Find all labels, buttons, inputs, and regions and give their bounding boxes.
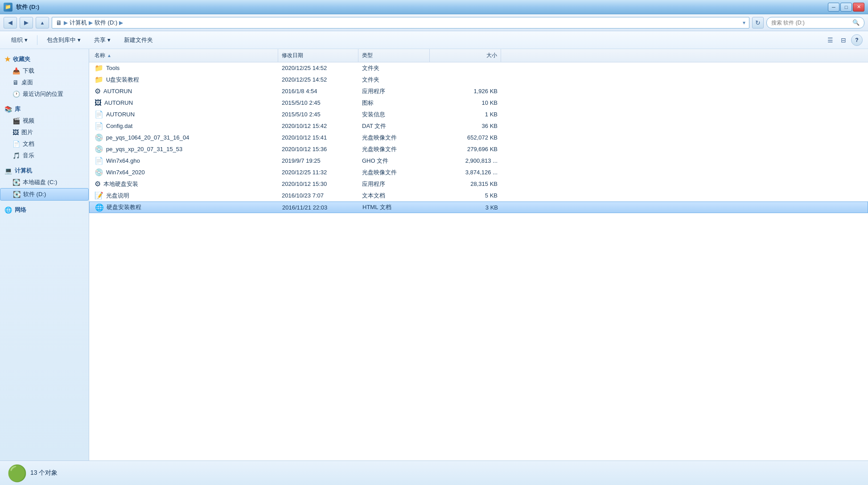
sidebar-item-images[interactable]: 🖼 图片 (0, 127, 89, 138)
table-row[interactable]: 🖼 AUTORUN 2015/5/10 2:45 图标 10 KB (89, 97, 868, 109)
file-date-cell: 2016/10/23 7:07 (278, 192, 358, 199)
file-type-cell: 光盘映像文件 (358, 134, 430, 142)
search-box[interactable]: 🔍 (766, 17, 864, 29)
table-row[interactable]: 💿 pe_yqs_xp_20_07_31_15_53 2020/10/12 15… (89, 144, 868, 155)
titlebar-app-icon: 📁 (4, 3, 12, 12)
file-icon: ⚙ (95, 87, 101, 95)
table-row[interactable]: 📝 光盘说明 2016/10/23 7:07 文本文档 5 KB (89, 190, 868, 201)
file-name: AUTORUN (106, 111, 135, 118)
table-row[interactable]: 📄 Win7x64.gho 2019/9/7 19:25 GHO 文件 2,90… (89, 155, 868, 167)
sidebar-item-videos[interactable]: 🎬 视频 (0, 115, 89, 127)
recent-icon: 🕐 (12, 90, 20, 98)
file-size-cell: 10 KB (430, 99, 501, 106)
music-label: 音乐 (23, 152, 34, 160)
sidebar-favorites-header[interactable]: ★ 收藏夹 (0, 53, 89, 65)
file-icon: 📝 (95, 191, 103, 200)
column-header-size[interactable]: 大小 (430, 49, 501, 62)
view-options-button[interactable]: ☰ (824, 34, 836, 46)
column-header-name[interactable]: 名称 ▲ (91, 49, 278, 62)
sidebar-item-downloads[interactable]: 📥 下载 (0, 65, 89, 77)
docs-label: 文档 (23, 140, 34, 148)
file-size-cell: 1,926 KB (430, 88, 501, 95)
minimize-button[interactable]: ─ (828, 3, 839, 12)
sort-arrow-name: ▲ (107, 53, 111, 58)
file-icon: 🌐 (95, 203, 104, 212)
sidebar-item-software-d[interactable]: 💽 软件 (D:) (0, 188, 89, 201)
file-date-cell: 2020/10/12 15:42 (278, 123, 358, 129)
include-arrow: ▾ (78, 37, 81, 43)
sidebar-library-header[interactable]: 📚 库 (0, 103, 89, 115)
sidebar-item-desktop[interactable]: 🖥 桌面 (0, 77, 89, 88)
file-size-cell: 3 KB (430, 204, 502, 211)
include-library-button[interactable]: 包含到库中 ▾ (41, 33, 86, 47)
file-date-cell: 2016/1/8 4:54 (278, 88, 358, 95)
organize-button[interactable]: 组织 ▾ (5, 33, 33, 47)
status-app-icon: 🟢 (7, 464, 25, 482)
toolbar-divider-1 (37, 35, 37, 45)
table-row[interactable]: 🌐 硬盘安装教程 2016/11/21 22:03 HTML 文档 3 KB (89, 201, 868, 213)
sidebar-item-docs[interactable]: 📄 文档 (0, 138, 89, 150)
file-date-cell: 2015/5/10 2:45 (278, 99, 358, 106)
table-row[interactable]: ⚙ 本地硬盘安装 2020/10/12 15:30 应用程序 28,315 KB (89, 178, 868, 190)
sidebar-item-music[interactable]: 🎵 音乐 (0, 150, 89, 161)
up-button[interactable]: ▲ (36, 17, 49, 29)
desktop-label: 桌面 (21, 78, 33, 86)
address-bar[interactable]: 🖥 ▶ 计算机 ▶ 软件 (D:) ▶ ▾ (52, 17, 749, 29)
downloads-label: 下载 (23, 67, 34, 75)
file-name: AUTORUN (104, 99, 133, 106)
file-icon: ⚙ (95, 180, 101, 188)
sidebar-network-header[interactable]: 🌐 网络 (0, 204, 89, 216)
table-row[interactable]: 📁 Tools 2020/12/25 14:52 文件夹 (89, 62, 868, 74)
search-input[interactable] (771, 20, 850, 26)
file-type-cell: 安装信息 (358, 111, 430, 119)
address-drive[interactable]: 软件 (D:) (95, 19, 117, 27)
column-header-type[interactable]: 类型 (358, 49, 430, 62)
col-size-label: 大小 (486, 52, 497, 59)
sidebar-item-recent[interactable]: 🕐 最近访问的位置 (0, 88, 89, 100)
videos-icon: 🎬 (12, 117, 20, 124)
sidebar-computer-header[interactable]: 💻 计算机 (0, 165, 89, 177)
refresh-button[interactable]: ↻ (752, 17, 764, 29)
address-computer[interactable]: 计算机 (70, 19, 87, 27)
file-type-cell: 应用程序 (358, 180, 430, 188)
include-label: 包含到库中 (47, 36, 76, 44)
new-folder-button[interactable]: 新建文件夹 (118, 33, 159, 47)
file-type-cell: DAT 文件 (358, 122, 430, 130)
videos-label: 视频 (23, 117, 34, 125)
computer-icon: 💻 (4, 167, 12, 174)
back-button[interactable]: ◀ (4, 17, 17, 29)
table-row[interactable]: 💿 pe_yqs_1064_20_07_31_16_04 2020/10/12 … (89, 132, 868, 144)
table-row[interactable]: 💿 Win7x64_2020 2020/12/25 11:32 光盘映像文件 3… (89, 167, 868, 178)
file-name-cell: 📁 U盘安装教程 (91, 75, 278, 84)
file-name: Win7x64.gho (106, 157, 140, 164)
favorites-label: 收藏夹 (13, 55, 30, 63)
address-dropdown-icon[interactable]: ▾ (743, 20, 745, 26)
view-toggle-button[interactable]: ⊟ (838, 34, 849, 46)
file-icon: 🖼 (95, 99, 102, 107)
table-row[interactable]: 📄 Config.dat 2020/10/12 15:42 DAT 文件 36 … (89, 120, 868, 132)
file-name: pe_yqs_1064_20_07_31_16_04 (106, 134, 189, 141)
search-icon: 🔍 (852, 19, 860, 26)
sidebar-section-library: 📚 库 🎬 视频 🖼 图片 📄 文档 🎵 音乐 (0, 103, 89, 161)
help-button[interactable]: ? (851, 34, 863, 46)
titlebar-left: 📁 软件 (D:) (4, 3, 39, 12)
col-name-label: 名称 (95, 52, 105, 59)
maximize-button[interactable]: □ (840, 3, 852, 12)
addressbar: ◀ ▶ ▲ 🖥 ▶ 计算机 ▶ 软件 (D:) ▶ ▾ ↻ 🔍 (0, 14, 868, 31)
file-size-cell: 5 KB (430, 192, 501, 199)
network-label: 网络 (15, 206, 26, 214)
file-size-cell: 1 KB (430, 111, 501, 118)
computer-label: 计算机 (15, 167, 32, 175)
column-header-date[interactable]: 修改日期 (278, 49, 358, 62)
table-row[interactable]: 📁 U盘安装教程 2020/12/25 14:52 文件夹 (89, 74, 868, 86)
table-row[interactable]: ⚙ AUTORUN 2016/1/8 4:54 应用程序 1,926 KB (89, 86, 868, 97)
table-row[interactable]: 📄 AUTORUN 2015/5/10 2:45 安装信息 1 KB (89, 109, 868, 120)
file-name-cell: 📁 Tools (91, 64, 278, 72)
close-button[interactable]: ✕ (853, 3, 864, 12)
sidebar-item-local-c[interactable]: 💽 本地磁盘 (C:) (0, 177, 89, 188)
statusbar: 🟢 13 个对象 (0, 460, 868, 485)
forward-button[interactable]: ▶ (20, 17, 33, 29)
share-button[interactable]: 共享 ▾ (88, 33, 116, 47)
address-sep1: ▶ (64, 20, 68, 26)
desktop-icon: 🖥 (12, 79, 19, 86)
